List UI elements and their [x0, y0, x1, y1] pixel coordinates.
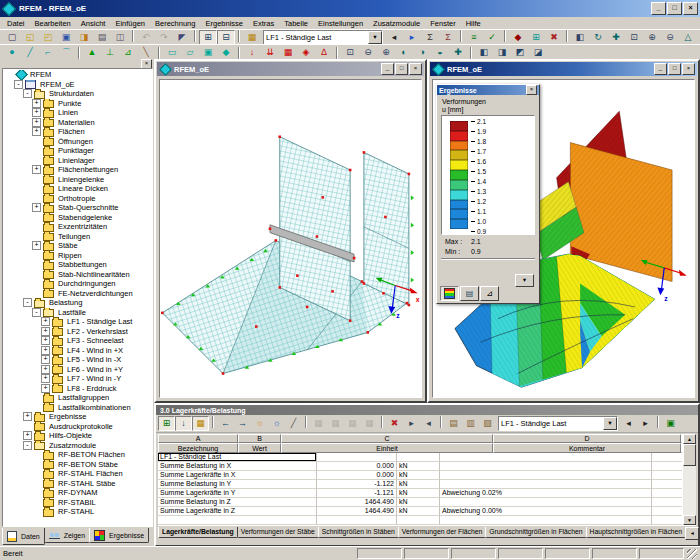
navigator-tab[interactable]: Ergebnisse — [89, 528, 149, 543]
tree-item[interactable]: RF-BETON Stäbe — [3, 460, 152, 470]
close-icon[interactable]: × — [683, 2, 698, 15]
mesh-icon[interactable]: ⊞ — [527, 30, 545, 45]
column-letter[interactable]: B — [238, 434, 281, 443]
next-table-loadcase-icon[interactable]: ▸ — [637, 416, 654, 431]
close-icon[interactable]: × — [682, 63, 695, 75]
view-x-icon[interactable]: ◧ — [475, 45, 493, 60]
tree-expander-icon[interactable]: - — [23, 298, 32, 307]
zoom-in-icon[interactable]: ⊕ — [643, 30, 661, 45]
cell-bezeichnung[interactable]: Summe Lagerkräfte in X — [158, 471, 317, 480]
menu-item[interactable]: Bearbeiten — [30, 19, 76, 28]
tree-expander-icon[interactable]: - — [14, 80, 23, 89]
line-support-icon[interactable]: ⊥ — [101, 45, 119, 60]
load-combination-icon[interactable]: Σ — [439, 30, 457, 45]
tree-item[interactable]: + Flächenbettungen — [3, 165, 152, 175]
column-letter[interactable]: A — [158, 434, 238, 443]
cell-bezeichnung[interactable] — [158, 516, 317, 525]
delete-row-icon[interactable]: ◂ — [420, 416, 437, 431]
results-panel-titlebar[interactable]: Ergebnisse × — [437, 85, 539, 95]
cell-kommentar[interactable]: Abweichung 0.00% — [440, 507, 652, 516]
tree-item[interactable]: + LF7 - Wind in -Y — [3, 374, 152, 384]
view-z-icon[interactable]: ◩ — [511, 45, 529, 60]
calc-table1-icon[interactable]: ▦ — [310, 416, 327, 431]
results-window-titlebar[interactable]: RFEM_oE _ □ × — [430, 62, 697, 76]
column-header[interactable]: Bezeichnung — [158, 443, 238, 453]
polyline-tool-icon[interactable]: ⌐ — [39, 45, 57, 60]
tree-item[interactable]: - Zusatzmodule — [3, 441, 152, 451]
view-y-icon[interactable]: ◨ — [493, 45, 511, 60]
tree-item[interactable]: Lastfallkombinationen — [3, 403, 152, 413]
delete-cells-icon[interactable]: ✖ — [386, 416, 403, 431]
load-generator-icon[interactable]: ∆ — [315, 45, 333, 60]
next-loadcase-icon[interactable]: ▸ — [403, 30, 421, 45]
print-icon[interactable]: ▤ — [93, 30, 111, 45]
maximize-icon[interactable]: □ — [395, 63, 408, 75]
model-window-titlebar[interactable]: RFEM_oE _ □ × — [157, 62, 424, 76]
maximize-icon[interactable]: □ — [667, 2, 682, 15]
tree-expander-icon[interactable]: + — [41, 365, 50, 374]
cell-einheit[interactable]: kN — [397, 498, 440, 507]
open-icon[interactable]: ◱ — [21, 30, 39, 45]
zoom-in2-icon[interactable]: ⊕ — [377, 45, 395, 60]
copy-row-icon[interactable]: ▤ — [445, 416, 462, 431]
tree-item[interactable]: + Punkte — [3, 99, 152, 109]
zoom-window-icon[interactable]: ⊡ — [625, 30, 643, 45]
table-tab[interactable]: Verformungen der Stäbe — [237, 527, 319, 538]
tree-item[interactable]: Liniengelenke — [3, 175, 152, 185]
tree-item[interactable]: + LF3 - Schneelast — [3, 336, 152, 346]
cell-einheit[interactable]: kN — [397, 489, 440, 498]
column-letter[interactable]: D — [493, 434, 681, 443]
tree-item[interactable]: + LF6 - Wind in +Y — [3, 365, 152, 375]
tree-expander-icon[interactable]: + — [41, 336, 50, 345]
tree-item[interactable]: + Materialien — [3, 118, 152, 128]
tree-item[interactable]: Stabbettungen — [3, 260, 152, 270]
filter-result-icon[interactable]: ☼ — [268, 416, 285, 431]
navigator-header[interactable]: × — [0, 59, 154, 68]
tree-item[interactable]: RF-DYNAM — [3, 488, 152, 498]
calc-table3-icon[interactable]: ▦ — [344, 416, 361, 431]
table-tab[interactable]: Lagerkräfte/Belastung — [158, 527, 238, 538]
minimize-icon[interactable]: _ — [654, 63, 667, 75]
import-table-icon[interactable]: ▥ — [462, 416, 479, 431]
tree-expander-icon[interactable]: + — [41, 374, 50, 383]
combo-dropdown-icon[interactable]: ▼ — [603, 417, 617, 430]
rotate-view-y-icon[interactable]: ◑ — [413, 45, 431, 60]
delete-results-icon[interactable]: ✖ — [545, 30, 563, 45]
zoom-window2-icon[interactable]: ⊡ — [341, 45, 359, 60]
menu-item[interactable]: Ansicht — [76, 19, 111, 28]
surface-tool-icon[interactable]: ▭ — [163, 45, 181, 60]
tree-expander-icon[interactable]: + — [32, 165, 41, 174]
menu-item[interactable]: Zusatzmodule — [368, 19, 425, 28]
navigator-show-icon[interactable]: ⊟ — [217, 30, 235, 45]
menu-item[interactable]: Ergebnisse — [200, 19, 248, 28]
tree-expander-icon[interactable]: + — [32, 241, 41, 250]
new-icon[interactable]: ▢ — [3, 30, 21, 45]
tree-item[interactable]: Punktlager — [3, 146, 152, 156]
cell-bezeichnung[interactable]: Summe Belastung in Y — [158, 480, 317, 489]
cell-wert[interactable] — [317, 516, 397, 525]
tree-item[interactable]: RF-BETON Flächen — [3, 450, 152, 460]
table-fullscreen-icon[interactable]: ▣ — [662, 416, 679, 431]
tree-expander-icon[interactable]: + — [23, 412, 32, 421]
tree-expander-icon[interactable]: - — [32, 308, 41, 317]
table-tab[interactable]: Grundschnittgrößen in Flächen — [485, 527, 586, 538]
resize-grip[interactable] — [687, 549, 697, 559]
tree-item[interactable]: + LF2 - Verkehrslast — [3, 327, 152, 337]
calculation-icon[interactable]: ≡ — [465, 30, 483, 45]
interpolate-icon[interactable]: ╱ — [285, 416, 302, 431]
tree-expander-icon[interactable]: + — [41, 317, 50, 326]
column-header[interactable]: Wert — [238, 443, 281, 453]
surface-nurbs-icon[interactable]: ▱ — [181, 45, 199, 60]
tree-expander-icon[interactable]: + — [41, 346, 50, 355]
loadcase-combobox[interactable]: LF1 - Ständige Last ▼ — [263, 30, 383, 45]
table-tab[interactable]: Schnittgrößen in Stäben — [318, 527, 399, 538]
tree-item[interactable]: Ausdruckprotokolle — [3, 422, 152, 432]
tree-item[interactable]: Durchdringungen — [3, 279, 152, 289]
refresh-icon[interactable]: ↻ — [589, 30, 607, 45]
table-tab[interactable]: Verformungen der Flächen — [398, 527, 486, 538]
menu-item[interactable]: Berechnung — [150, 19, 200, 28]
arc-tool-icon[interactable]: ⌒ — [57, 45, 75, 60]
sync-selection-icon[interactable]: ↓ — [175, 416, 192, 431]
tree-item[interactable]: + Hilfs-Objekte — [3, 431, 152, 441]
wireframe-3d-view[interactable]: x z — [160, 80, 421, 397]
